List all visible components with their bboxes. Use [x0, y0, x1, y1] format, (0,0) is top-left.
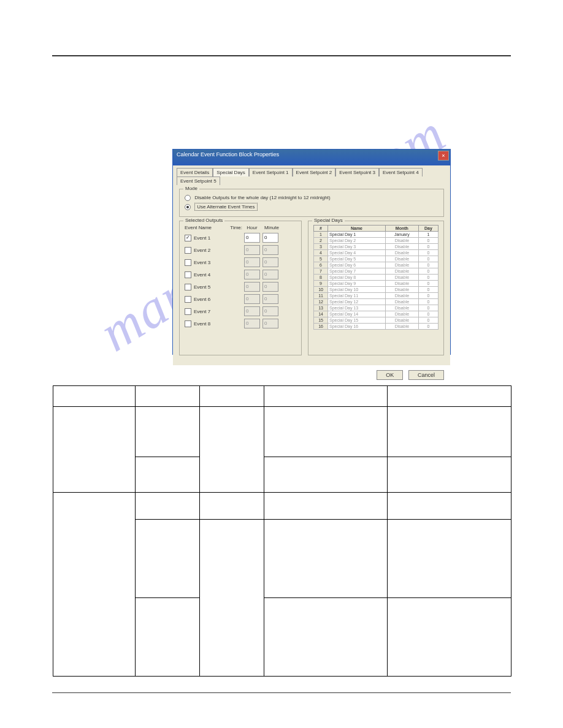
event-checkbox[interactable]	[185, 247, 191, 254]
table-row[interactable]: 1Special Day 1January1	[314, 232, 439, 238]
table-row[interactable]: 15Special Day 15Disable0	[314, 317, 439, 324]
hour-stepper[interactable]: 0	[244, 257, 260, 267]
rule-bottom	[52, 692, 511, 693]
hour-header: Hour	[242, 225, 262, 230]
event-checkbox[interactable]	[185, 259, 191, 266]
table-row[interactable]: 7Special Day 7Disable0	[314, 268, 439, 275]
col-name: Name	[328, 226, 386, 232]
radio-label: Use Alternate Event Times	[194, 203, 257, 211]
event-checkbox[interactable]	[185, 308, 191, 315]
event-label: Event 5	[194, 284, 244, 290]
dialog-titlebar: Calendar Event Function Block Properties…	[173, 150, 450, 165]
document-table	[53, 385, 511, 677]
selected-outputs-label: Selected Outputs	[183, 218, 224, 223]
radio-use-alternate[interactable]: Use Alternate Event Times	[185, 203, 439, 211]
event-label: Event 1	[194, 235, 244, 241]
special-days-table[interactable]: # Name Month Day 1Special Day 1January12…	[313, 225, 439, 330]
radio-label: Disable Outputs for the whole day (12 mi…	[194, 195, 330, 200]
table-row[interactable]: 16Special Day 16Disable0	[314, 324, 439, 330]
hour-stepper[interactable]: 0	[244, 294, 260, 304]
event-row: Event 200	[185, 244, 296, 256]
mode-group: Mode Disable Outputs for the whole day (…	[179, 189, 444, 217]
tab-event-details[interactable]: Event Details	[177, 168, 213, 176]
event-label: Event 7	[194, 309, 244, 314]
tab-event-setpoint-1[interactable]: Event Setpoint 1	[249, 168, 293, 176]
table-row[interactable]: 4Special Day 4Disable0	[314, 250, 439, 256]
minute-stepper[interactable]: 0	[262, 306, 278, 316]
minute-stepper[interactable]: 0	[262, 319, 278, 328]
event-row: Event 400	[185, 268, 296, 281]
table-row[interactable]: 5Special Day 5Disable0	[314, 256, 439, 262]
hour-stepper[interactable]: 0	[244, 306, 260, 316]
special-days-group: Special Days # Name Month Day 1Special D…	[308, 221, 444, 355]
table-row[interactable]: 3Special Day 3Disable0	[314, 244, 439, 250]
tab-event-setpoint-2[interactable]: Event Setpoint 2	[293, 168, 336, 176]
selected-outputs-group: Selected Outputs Event Name Time: Hour M…	[179, 221, 302, 355]
tab-event-setpoint-3[interactable]: Event Setpoint 3	[335, 168, 379, 176]
hour-stepper[interactable]: 0	[244, 282, 260, 292]
radio-disable-outputs[interactable]: Disable Outputs for the whole day (12 mi…	[185, 195, 439, 201]
minute-stepper[interactable]: 0	[262, 270, 278, 279]
event-row: Event 100	[185, 232, 296, 244]
hour-stepper[interactable]: 0	[244, 233, 260, 243]
hour-stepper[interactable]: 0	[244, 319, 260, 328]
special-days-label: Special Days	[312, 218, 345, 223]
col-day: Day	[418, 226, 438, 232]
event-label: Event 6	[194, 297, 244, 302]
minute-stepper[interactable]: 0	[262, 257, 278, 267]
table-row[interactable]: 12Special Day 12Disable0	[314, 299, 439, 305]
event-row: Event 300	[185, 256, 296, 268]
radio-icon	[185, 204, 191, 210]
time-header: Time:	[225, 225, 242, 230]
dialog-title: Calendar Event Function Block Properties	[177, 151, 279, 157]
event-checkbox[interactable]	[185, 284, 191, 290]
event-row: Event 700	[185, 305, 296, 317]
event-checkbox[interactable]	[185, 320, 191, 327]
table-row[interactable]: 2Special Day 2Disable0	[314, 238, 439, 244]
radio-icon	[185, 195, 191, 201]
tab-special-days[interactable]: Special Days	[213, 168, 249, 176]
event-row: Event 500	[185, 281, 296, 293]
col-month: Month	[385, 226, 418, 232]
tab-strip: Event DetailsSpecial DaysEvent Setpoint …	[173, 165, 450, 185]
tab-event-setpoint-4[interactable]: Event Setpoint 4	[379, 168, 423, 176]
table-row[interactable]: 10Special Day 10Disable0	[314, 287, 439, 293]
event-label: Event 3	[194, 260, 244, 265]
mode-group-label: Mode	[183, 186, 199, 191]
event-row: Event 600	[185, 293, 296, 305]
event-checkbox[interactable]	[185, 296, 191, 303]
minute-stepper[interactable]: 0	[262, 233, 278, 243]
event-label: Event 8	[194, 321, 244, 327]
col-num: #	[314, 226, 328, 232]
table-row[interactable]: 8Special Day 8Disable0	[314, 275, 439, 281]
event-row: Event 800	[185, 317, 296, 330]
event-label: Event 2	[194, 248, 244, 253]
hour-stepper[interactable]: 0	[244, 245, 260, 255]
event-checkbox[interactable]	[185, 271, 191, 278]
table-row[interactable]: 6Special Day 6Disable0	[314, 262, 439, 268]
minute-stepper[interactable]: 0	[262, 294, 278, 304]
cancel-button[interactable]: Cancel	[408, 370, 444, 380]
dialog-window: Calendar Event Function Block Properties…	[172, 149, 451, 355]
table-row[interactable]: 9Special Day 9Disable0	[314, 281, 439, 287]
table-row[interactable]: 14Special Day 14Disable0	[314, 311, 439, 317]
minute-stepper[interactable]: 0	[262, 245, 278, 255]
event-label: Event 4	[194, 272, 244, 278]
ok-button[interactable]: OK	[377, 370, 403, 380]
close-icon[interactable]: ×	[438, 151, 449, 161]
minute-header: Minute	[262, 225, 282, 230]
rule-top	[52, 55, 511, 56]
minute-stepper[interactable]: 0	[262, 282, 278, 292]
event-name-header: Event Name	[185, 225, 225, 230]
tab-event-setpoint-5[interactable]: Event Setpoint 5	[177, 176, 220, 185]
hour-stepper[interactable]: 0	[244, 270, 260, 279]
table-row[interactable]: 11Special Day 11Disable0	[314, 293, 439, 299]
event-checkbox[interactable]	[185, 235, 191, 241]
table-row[interactable]: 13Special Day 13Disable0	[314, 305, 439, 311]
